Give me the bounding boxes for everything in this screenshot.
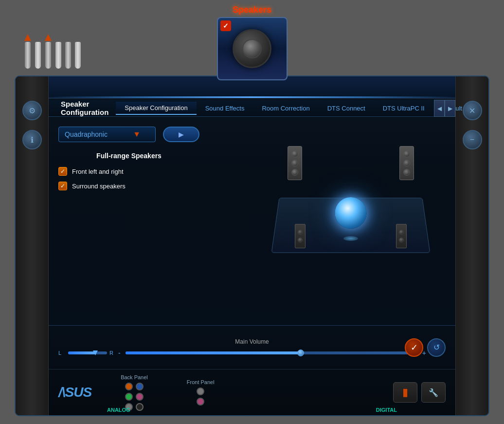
asus-logo: /\SUS xyxy=(58,385,91,400)
rear-dot-2 xyxy=(298,238,303,242)
front-panel-ports: Front Panel xyxy=(187,379,215,406)
front-speakers-label: Front left and right xyxy=(72,168,124,175)
info-button[interactable]: ℹ xyxy=(22,130,42,149)
back-ports-mid-row xyxy=(125,393,144,401)
confirm-button[interactable]: ✓ xyxy=(405,338,423,357)
reset-icon: ↺ xyxy=(433,343,440,352)
tab-room-correction[interactable]: Room Correction xyxy=(253,102,318,114)
checkbox-row-surround: ✓ Surround speakers xyxy=(58,182,199,190)
nav-tabs: Speaker Configuration Speaker Configurat… xyxy=(49,100,455,117)
speaker-rear-left xyxy=(295,224,306,248)
port-gray-front[interactable] xyxy=(197,387,204,395)
analog-label: ANALOG xyxy=(107,407,130,413)
back-panel-ports: Back Panel xyxy=(121,374,148,411)
rear-dot-r2 xyxy=(399,238,404,242)
port-pink-back[interactable] xyxy=(136,393,144,401)
speaker-dot-top xyxy=(291,150,298,157)
back-panel-label: Back Panel xyxy=(121,374,148,380)
side-panel-right: ✕ − xyxy=(455,76,488,415)
vol-minus-icon: - xyxy=(118,349,121,357)
speaker-dot-top-r xyxy=(403,150,410,157)
tab-sound-effects[interactable]: Sound Effects xyxy=(197,102,253,114)
speaker-icon-inner xyxy=(233,29,271,68)
vol-r-label: R xyxy=(109,350,113,356)
minimize-button[interactable]: − xyxy=(463,130,482,149)
vol-l-label: L xyxy=(58,350,66,356)
nav-prev-button[interactable]: ◀ xyxy=(434,100,445,117)
speakers-title: Speakers xyxy=(233,5,271,15)
full-range-label: Full-range Speakers xyxy=(58,152,199,160)
port-pink-front[interactable] xyxy=(197,398,204,406)
tab-dts-ultrapc[interactable]: DTS UltraPC II xyxy=(374,102,433,114)
footer-btn-1[interactable]: ▮ xyxy=(393,382,417,403)
reset-button[interactable]: ↺ xyxy=(427,338,446,357)
port-black-back[interactable] xyxy=(136,403,144,411)
speaker-dot-bot xyxy=(291,169,298,176)
volume-label: Main Volume xyxy=(235,338,269,345)
lr-fill xyxy=(68,351,95,354)
checkmark-badge: ✓ xyxy=(220,20,231,31)
dropdown-arrow-icon: ▼ xyxy=(133,130,141,139)
surround-speakers-checkbox[interactable]: ✓ xyxy=(58,182,67,190)
bottom-controls: Main Volume L R - + 43 ✓ xyxy=(49,325,455,369)
back-ports-top-row xyxy=(125,383,144,390)
side-panel-left: ⚙ ℹ xyxy=(16,76,49,415)
front-panel-label: Front Panel xyxy=(187,379,215,385)
speaker-dot-mid xyxy=(291,160,298,166)
dropdown-value: Quadraphonic xyxy=(65,130,108,138)
speaker-icon-box[interactable]: ✓ xyxy=(217,17,288,80)
tab-speaker-config[interactable]: Speaker Configuration xyxy=(116,102,196,115)
front-ports-row xyxy=(197,387,204,395)
main-window: ⚙ ℹ ✕ − Speaker Configuration Speaker Co… xyxy=(15,75,489,416)
surround-speakers-label: Surround speakers xyxy=(72,183,126,190)
front-ports-row2 xyxy=(197,398,204,406)
nav-next-button[interactable]: ▶ xyxy=(445,100,455,117)
main-volume-slider[interactable] xyxy=(126,351,417,354)
rear-dot-r1 xyxy=(399,230,404,235)
front-speakers-checkbox[interactable]: ✓ xyxy=(58,167,67,176)
tab-title: Speaker Configuration xyxy=(54,97,116,119)
speaker-type-dropdown[interactable]: Quadraphonic ▼ xyxy=(58,127,156,142)
speaker-dot-bot-r xyxy=(403,169,410,176)
ball-reflection xyxy=(343,236,358,241)
top-area: Speakers ✓ xyxy=(0,0,504,85)
speaker-front-right xyxy=(399,146,414,180)
rear-dot-1 xyxy=(298,230,303,235)
settings-button[interactable]: ⚙ xyxy=(22,101,42,120)
slider-thumb xyxy=(297,350,304,356)
content-right xyxy=(209,127,446,196)
speaker-diagram xyxy=(266,131,436,268)
content-left: Quadraphonic ▼ ▶ Full-range Speakers ✓ F… xyxy=(58,127,199,196)
speaker-rear-right xyxy=(396,224,407,248)
main-content: Quadraphonic ▼ ▶ Full-range Speakers ✓ F… xyxy=(49,117,455,325)
footer-btn-1-icon: ▮ xyxy=(402,386,408,399)
footer: /\SUS Back Panel Front Panel xyxy=(49,369,455,415)
speaker-dot-mid-r xyxy=(403,160,410,166)
volume-row: L R - + 43 ✓ ↺ xyxy=(58,349,446,357)
checkbox-row-front: ✓ Front left and right xyxy=(58,167,199,176)
content-inner: Quadraphonic ▼ ▶ Full-range Speakers ✓ F… xyxy=(58,127,446,196)
speaker-front-left xyxy=(288,146,302,180)
tab-dts-connect[interactable]: DTS Connect xyxy=(319,102,374,114)
lr-thumb xyxy=(93,350,98,355)
dropdown-row: Quadraphonic ▼ ▶ xyxy=(58,127,199,142)
port-green-back[interactable] xyxy=(125,393,133,401)
confirm-icon: ✓ xyxy=(411,342,418,353)
port-blue-back[interactable] xyxy=(136,383,144,390)
play-icon: ▶ xyxy=(179,130,184,138)
play-button[interactable]: ▶ xyxy=(163,127,199,142)
footer-btn-2-icon: 🔧 xyxy=(429,388,438,397)
port-orange-back[interactable] xyxy=(125,383,133,390)
digital-label: DIGITAL xyxy=(376,407,397,413)
nav-arrows: ◀ ▶ xyxy=(434,100,455,117)
listener-ball xyxy=(335,197,367,229)
footer-right-buttons: ▮ 🔧 xyxy=(393,382,446,403)
slider-fill xyxy=(126,351,301,354)
footer-btn-2[interactable]: 🔧 xyxy=(421,382,446,403)
lr-balance: L R xyxy=(58,350,113,356)
bottom-right-buttons: ✓ ↺ xyxy=(405,338,446,357)
diagram-stage xyxy=(266,131,436,268)
speaker-cone xyxy=(242,39,262,58)
lr-track[interactable] xyxy=(68,351,107,354)
